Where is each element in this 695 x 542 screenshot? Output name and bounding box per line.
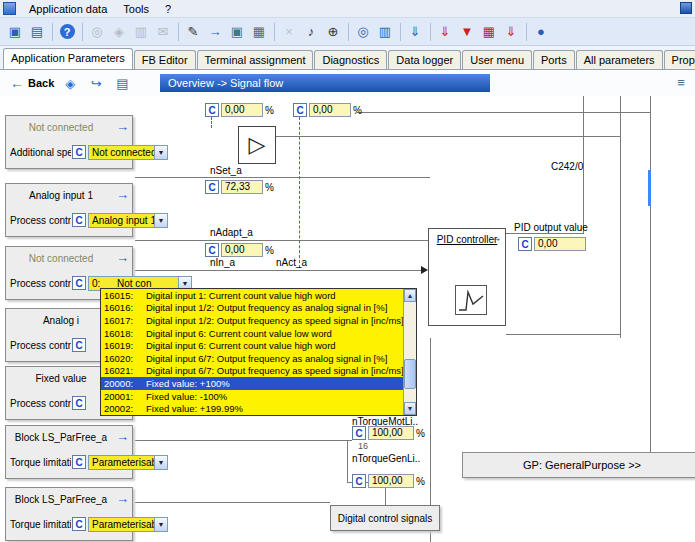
menu-application-data[interactable]: Application data (21, 1, 115, 17)
breakpoint-down-icon[interactable]: ⇓ (434, 21, 456, 43)
gp-generalpurpose-block[interactable]: GP: GeneralPurpose >> (462, 452, 695, 478)
breakpoint-grid-icon[interactable]: ▦ (478, 21, 500, 43)
signal-combo[interactable]: Parameterisable (88, 517, 168, 532)
frame-icon[interactable]: ▦ (248, 21, 270, 43)
datasheet-icon[interactable]: ▤ (26, 21, 48, 43)
delete-icon[interactable]: × (278, 21, 300, 43)
signal-combo[interactable]: Analog input 1: C (88, 213, 168, 228)
form-edit-icon[interactable]: ▤ (112, 73, 132, 93)
value-field[interactable]: 0,00 (221, 243, 263, 257)
sound-icon[interactable]: ♪ (300, 21, 322, 43)
combo-arrow-icon[interactable] (154, 518, 167, 531)
code-button[interactable]: C (72, 213, 86, 227)
zoom-icon[interactable]: ⊕ (322, 21, 344, 43)
help-icon[interactable]: ? (56, 21, 78, 43)
menu-help[interactable]: ? (157, 1, 179, 17)
toolbar-icon-glyph: ⇓ (440, 24, 451, 39)
search-icon[interactable]: ◎ (86, 21, 108, 43)
menu-tools[interactable]: Tools (115, 1, 157, 17)
code-button[interactable]: C (352, 426, 366, 440)
connect-arrow-icon[interactable] (116, 492, 129, 505)
list-icon[interactable]: ▥ (130, 21, 152, 43)
combo-arrow-icon[interactable] (154, 214, 167, 227)
dropdown-item[interactable]: 16017: Digital input 1/2: Output frequen… (101, 314, 403, 327)
back-arrow-icon (10, 75, 24, 91)
dropdown-item[interactable]: 16016: Digital input 1/2: Output frequen… (101, 302, 403, 315)
code-button[interactable]: C (72, 517, 86, 531)
dropdown-item-text: Digital input 6: Current count value hig… (146, 340, 336, 351)
combo-arrow-icon[interactable] (154, 456, 167, 469)
signal-label-nset: nSet_a (210, 165, 242, 176)
tab-properties[interactable]: Properties (664, 50, 695, 69)
code-button[interactable]: C (205, 180, 219, 194)
code-button[interactable]: C (72, 455, 86, 469)
signal-combo[interactable]: Not connected (88, 145, 168, 160)
tab-data-logger[interactable]: Data logger (388, 50, 461, 69)
scroll-up-icon[interactable] (404, 289, 416, 302)
dropdown-item[interactable]: 16021: Digital input 6/7: Output frequen… (101, 365, 403, 378)
code-button[interactable]: C (72, 338, 86, 352)
tab-diagnostics[interactable]: Diagnostics (314, 50, 387, 69)
connect-arrow-icon[interactable] (116, 251, 129, 264)
diamond-icon[interactable]: ◈ (60, 73, 80, 93)
selected-signal-label: Fixed value (10, 373, 112, 384)
code-button[interactable]: C (352, 474, 366, 488)
value-field[interactable]: 72,33 (221, 180, 263, 194)
back-button[interactable]: Back (10, 75, 54, 91)
code-button[interactable]: C (518, 237, 532, 251)
value-field[interactable]: 0,00 (309, 103, 351, 117)
dropdown-item[interactable]: 16019: Digital input 6: Current count va… (101, 339, 403, 352)
signal-combo[interactable]: Parameterisable (88, 455, 168, 470)
code-button[interactable]: C (293, 103, 307, 117)
goto-icon[interactable]: → (204, 21, 226, 43)
code-button[interactable]: C (205, 103, 219, 117)
value-field[interactable]: 0,00 (534, 237, 586, 251)
connect-arrow-icon[interactable] (489, 230, 502, 245)
snapshot-icon[interactable]: ▣ (226, 21, 248, 43)
value-field[interactable]: 0,00 (221, 103, 263, 117)
binoculars-icon[interactable]: ◎ (352, 21, 374, 43)
view-list-icon[interactable] (673, 75, 689, 91)
connect-arrow-icon[interactable] (116, 430, 129, 443)
edit-icon[interactable]: ✎ (182, 21, 204, 43)
tab-terminal-assignment[interactable]: Terminal assignment (197, 50, 314, 69)
tab-ports[interactable]: Ports (533, 50, 575, 69)
code-button[interactable]: C (72, 145, 86, 159)
connect-arrow-icon[interactable] (116, 120, 129, 133)
dropdown-item[interactable]: 16020: Digital input 6/7: Output frequen… (101, 352, 403, 365)
value-field[interactable]: 100,00 (368, 426, 414, 440)
dropdown-item[interactable]: 16015: Digital input 1: Current count va… (101, 289, 403, 302)
scrollbar-thumb[interactable] (404, 359, 416, 389)
port-label: Process contr... (10, 398, 71, 409)
breakpoint-flag-icon[interactable]: ▼ (456, 21, 478, 43)
code-button[interactable]: C (72, 276, 86, 290)
tab-user-menu[interactable]: User menu (462, 50, 532, 69)
download-icon[interactable]: ⇓ (404, 21, 426, 43)
dropdown-item[interactable]: 20001: Fixed value: -100% (101, 390, 403, 403)
breakpoint-remove-icon[interactable]: ⇓ (500, 21, 522, 43)
dropdown-item[interactable]: 16018: Digital input 6: Current count va… (101, 327, 403, 340)
selected-signal-label: Not connected (10, 253, 112, 264)
web-icon[interactable]: ● (530, 21, 552, 43)
code-button[interactable]: C (72, 396, 86, 410)
watch-icon[interactable]: ▥ (374, 21, 396, 43)
dropdown-item[interactable]: 20000: Fixed value: +100% (101, 377, 403, 390)
dashed-connector (299, 117, 300, 268)
scroll-down-icon[interactable] (404, 402, 416, 415)
monitor-icon[interactable]: ▣ (4, 21, 26, 43)
toolbar-icon-glyph: ● (537, 24, 545, 39)
dropdown-item-code: 16020: (104, 353, 146, 364)
goto-window-icon[interactable]: ↪ (86, 73, 106, 93)
selected-wire-segment[interactable] (648, 170, 651, 206)
tab-application-parameters[interactable]: Application Parameters (3, 48, 133, 69)
tab-all-parameters[interactable]: All parameters (576, 50, 663, 69)
tab-fb-editor[interactable]: FB Editor (134, 50, 196, 69)
mail-icon[interactable]: ✉ (152, 21, 174, 43)
dropdown-item[interactable]: 20002: Fixed value: +199.99% (101, 402, 403, 415)
combo-arrow-icon[interactable] (154, 146, 167, 159)
code-button[interactable]: C (205, 243, 219, 257)
connect-arrow-icon[interactable] (116, 188, 129, 201)
filter-icon[interactable]: ◈ (108, 21, 130, 43)
digital-control-signals-block[interactable]: Digital control signals (330, 505, 440, 531)
value-field[interactable]: 100,00 (368, 474, 414, 488)
